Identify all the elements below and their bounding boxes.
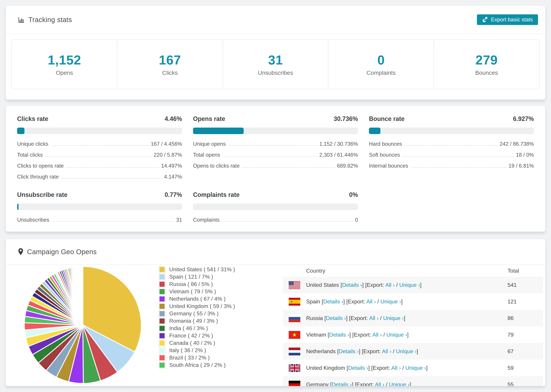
detail-label: Hard bounces (369, 141, 402, 147)
stat-label: Bounces (475, 70, 498, 76)
dotted-leader (223, 156, 318, 157)
detail-value: 0 (355, 217, 358, 223)
detail-value: 31 (176, 217, 182, 223)
legend-label: United Kingdom ( 59 / 3% ) (169, 303, 235, 309)
pie-legend: United States ( 541 / 31% )Spain ( 121 /… (159, 266, 235, 369)
rate-title: Complaints rate (193, 191, 240, 198)
legend-label: Italy ( 36 / 2% ) (169, 347, 206, 354)
ru-flag-icon (289, 314, 300, 322)
detail-value: 242 / 86.738% (500, 141, 534, 147)
table-row-es: Spain [Details ›] [Export: All › / Uniqu… (283, 293, 543, 310)
detail-label: Opens to clicks rate (193, 163, 240, 169)
tracking-stats-header: Tracking stats Export basic stats (6, 6, 545, 34)
stat-value: 167 (159, 53, 181, 67)
legend-item: Canada ( 40 / 2% ) (159, 339, 235, 347)
detail-row: Complaints0 (193, 215, 358, 225)
legend-swatch (159, 274, 165, 280)
details-link[interactable]: Details › (323, 298, 343, 305)
details-link[interactable]: Details › (348, 365, 368, 371)
progress-bar (369, 128, 534, 134)
details-link[interactable]: Details › (332, 381, 352, 386)
rate-title: Unsubscribe rate (17, 191, 67, 198)
legend-swatch (159, 303, 165, 309)
detail-row: Unique clicks167 / 4.456% (17, 139, 182, 149)
detail-label: Soft bounces (369, 152, 400, 158)
total-cell: 59 (508, 365, 543, 371)
stat-label: Unsubscribes (258, 70, 293, 76)
dotted-leader (405, 145, 498, 146)
legend-swatch (159, 296, 165, 302)
table-row-ru: Russia [Details ›] [Export: All › / Uniq… (283, 310, 543, 327)
dotted-leader (403, 156, 514, 157)
export-prefix: ] [Export: (368, 365, 391, 371)
country-cell: Vietnam [Details ›] [Export: All › / Uni… (306, 332, 508, 338)
stat-opens: 1,152Opens (12, 40, 117, 89)
geo-content: United States ( 541 / 31% )Spain ( 121 /… (6, 265, 545, 386)
export-all-link[interactable]: All › (382, 348, 391, 354)
details-link[interactable]: Details › (329, 332, 349, 338)
export-prefix: ] [Export: (346, 315, 369, 321)
detail-row: Unique opens1,152 / 30.736% (193, 139, 358, 149)
legend-item: France ( 42 / 2% ) (159, 332, 235, 339)
bracket: ] (401, 298, 403, 305)
detail-label: Total clicks (17, 152, 43, 158)
legend-label: India ( 46 / 3% ) (169, 325, 208, 331)
legend-swatch (159, 325, 165, 331)
detail-row: Clicks to opens rate14.497% (17, 161, 182, 171)
export-unique-link[interactable]: Unique › (389, 381, 410, 386)
export-unique-link[interactable]: Unique › (386, 332, 407, 338)
rate-title: Bounce rate (369, 115, 404, 122)
detail-row: Opens to clicks rate689.82% (193, 161, 358, 171)
detail-row: Hard bounces242 / 86.738% (369, 139, 534, 149)
legend-label: Romania ( 49 / 3% ) (169, 318, 218, 324)
export-all-link[interactable]: All › (385, 282, 395, 288)
export-icon (482, 17, 488, 23)
detail-label: Unique opens (193, 141, 226, 147)
rate-value: 4.46% (165, 115, 182, 122)
detail-row: Internal bounces19 / 6.81% (369, 161, 534, 171)
legend-swatch (159, 266, 165, 273)
details-link[interactable]: Details › (342, 282, 362, 288)
geo-table-header: Country Total (283, 265, 543, 277)
export-button-label: Export basic stats (491, 17, 533, 23)
details-link[interactable]: Details › (326, 315, 346, 321)
rate-section-unsubscribe-rate: Unsubscribe rate0.77%Unsubscribes31 (17, 191, 182, 225)
export-prefix: ] [Export: (362, 282, 385, 288)
details-link[interactable]: Details › (339, 348, 359, 354)
legend-label: United States ( 541 / 31% ) (169, 266, 235, 273)
export-basic-stats-button[interactable]: Export basic stats (477, 14, 538, 25)
bracket: [ (339, 282, 342, 288)
export-all-link[interactable]: All › (366, 298, 376, 305)
export-unique-link[interactable]: Unique › (405, 365, 426, 371)
export-all-link[interactable]: All › (372, 332, 382, 338)
detail-row: Total opens2,303 / 61.446% (193, 149, 358, 161)
dotted-leader (242, 167, 335, 168)
export-prefix: ] [Export: (349, 332, 372, 338)
gb-flag-icon (289, 364, 300, 372)
detail-label: Unique clicks (17, 141, 49, 147)
export-all-link[interactable]: All › (391, 365, 401, 371)
bracket: [ (320, 298, 323, 305)
legend-label: Russia ( 86 / 5% ) (169, 281, 213, 287)
dotted-leader (52, 221, 174, 222)
detail-label: Total opens (193, 152, 220, 158)
country-cell: Netherlands [Details ›] [Export: All › /… (306, 348, 508, 355)
export-all-link[interactable]: All › (375, 381, 384, 386)
nl-flag-icon (289, 348, 300, 355)
bracket: ] (410, 381, 411, 386)
export-unique-link[interactable]: Unique › (396, 348, 417, 354)
legend-swatch (159, 311, 165, 317)
export-unique-link[interactable]: Unique › (380, 298, 401, 305)
dotted-leader (51, 145, 149, 146)
detail-row: Unsubscribes31 (17, 215, 182, 225)
legend-item: Brazil ( 33 / 2% ) (159, 354, 235, 361)
legend-swatch (159, 355, 165, 361)
detail-value: 220 / 5.87% (154, 152, 182, 158)
export-unique-link[interactable]: Unique › (383, 315, 404, 321)
export-all-link[interactable]: All › (369, 315, 379, 321)
progress-bar (17, 128, 182, 134)
export-unique-link[interactable]: Unique › (399, 282, 420, 288)
progress-bar (17, 203, 182, 210)
dotted-leader (66, 167, 159, 168)
geo-pie-chart (23, 265, 143, 385)
